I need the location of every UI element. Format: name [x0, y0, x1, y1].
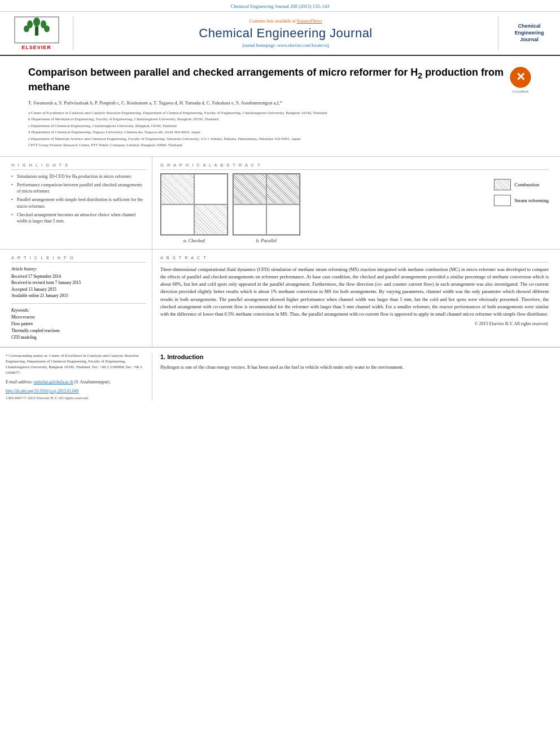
legend-steam-reforming: Steam reforming [494, 195, 549, 206]
svg-point-5 [44, 25, 50, 32]
combustion-legend-box [494, 179, 511, 190]
article-info-label: A R T I C L E I N F O [11, 255, 146, 263]
affiliation-f: f PTT Group Frontier Research Center, PT… [28, 142, 532, 148]
legend-combustion: Combustion [494, 179, 549, 190]
svg-point-1 [33, 18, 40, 27]
keyword-3: Thermally coupled reactions [11, 327, 146, 334]
svg-text:✕: ✕ [516, 71, 526, 83]
history-label: Article history: [11, 266, 146, 272]
highlights-abstract-section: H I G H L I G H T S Simulation using 3D-… [0, 157, 560, 250]
highlights-list: Simulation using 3D-CFD for H₂ productio… [11, 173, 146, 224]
highlight-item-2: Performance comparison between parallel … [11, 182, 146, 194]
highlight-item-3: Parallel arrangement with simple feed di… [11, 196, 146, 209]
crossmark-badge: ✕ CrossMark [509, 66, 532, 93]
graphical-abstract-label: G R A P H I C A L A B S T R A C T [160, 163, 549, 170]
article-main-title: Comparison between parallel and checked … [28, 66, 532, 94]
svg-point-4 [24, 25, 29, 32]
cell-tr [194, 174, 228, 204]
keyword-4: CFD modeling [11, 334, 146, 341]
affiliation-a: a Center of Excellence in Catalysis and … [28, 110, 532, 116]
copyright-line: © 2015 Elsevier B.V. All rights reserved… [160, 321, 549, 326]
corresponding-note: * Corresponding author at: Center of Exc… [6, 353, 146, 375]
affiliation-b: b Department of Mechanical Engineering, … [28, 116, 532, 123]
cell-p-bl [233, 204, 266, 235]
keyword-1: Micro-reactor [11, 314, 146, 321]
article-info-abstract-section: A R T I C L E I N F O Article history: R… [0, 250, 560, 347]
abstract-label: A B S T R A C T [160, 255, 549, 263]
elsevier-logo-svg [14, 16, 59, 43]
affiliation-c: c Department of Chemical Engineering, Ch… [28, 123, 532, 129]
steam-legend-box [494, 195, 511, 206]
footer-left: * Corresponding author at: Center of Exc… [6, 353, 152, 401]
keyword-2: Flow pattern [11, 321, 146, 327]
article-info-col: A R T I C L E I N F O Article history: R… [6, 250, 152, 347]
svg-rect-6 [35, 27, 38, 36]
combustion-label: Combustion [514, 182, 539, 187]
email-block: E-mail address: suttichai.a@chula.ac.th … [6, 379, 146, 385]
legend-area: Combustion Steam reforming [494, 173, 549, 206]
abstract-diagrams: a. Checked b. Parallel [160, 173, 488, 243]
abstract-col: A B S T R A C T Three-dimensional comput… [152, 250, 554, 347]
available-date: Available online 21 January 2015 [11, 292, 146, 299]
intro-title: 1. Introduction [160, 353, 554, 360]
email-note: (S. Assabumrungrat). [75, 379, 111, 385]
diagram-b-label: b. Parallel [256, 238, 277, 243]
affiliation-e: e Department of Materials Science and Ch… [28, 136, 532, 142]
journal-homepage-text: journal homepage: www.elsevier.com/locat… [242, 43, 329, 48]
affiliation-d: d Department of Chemical Engineering, Na… [28, 129, 532, 136]
article-history-block: Article history: Received 17 September 2… [11, 266, 146, 299]
parallel-grid [233, 173, 300, 235]
email-address[interactable]: suttichai.a@chula.ac.th [34, 379, 73, 385]
email-label: E-mail address: [6, 379, 33, 385]
intro-text: Hydrogen is one of the clean energy vect… [160, 364, 554, 371]
keywords-label: Keywords: [11, 307, 146, 314]
cell-br [194, 204, 228, 235]
highlight-item-1: Simulation using 3D-CFD for H₂ productio… [11, 173, 146, 180]
article-title-section: ✕ CrossMark Comparison between parallel … [0, 56, 560, 157]
crossmark-icon: ✕ [509, 66, 532, 89]
diagram-parallel: b. Parallel [233, 173, 300, 243]
sciencedirect-link[interactable]: ScienceDirect [297, 19, 322, 24]
accepted-date: Accepted 13 January 2015 [11, 286, 146, 292]
revised-date: Received in revised form 7 January 2015 [11, 279, 146, 286]
cell-p-tr [266, 174, 300, 204]
abstract-text: Three-dimensional computational fluid dy… [160, 266, 549, 318]
authors-line: T. Jiwanuruk a, S. Putivisutisak b, P. P… [28, 99, 532, 107]
highlights-col: H I G H L I G H T S Simulation using 3D-… [6, 157, 152, 249]
journal-citation-text: Chemical Engineering Journal 268 (2015) … [231, 3, 330, 9]
footer-right: 1. Introduction Hydrogen is one of the c… [152, 353, 554, 401]
highlight-item-4: Checked arrangement becomes an attractiv… [11, 212, 146, 224]
elsevier-brand-text: ELSEVIER [21, 45, 51, 50]
header-center: Contents lists available at ScienceDirec… [73, 16, 498, 50]
diagram-a-label: a. Checked [183, 238, 205, 243]
graphical-abstract-content: a. Checked b. Parallel Comb [160, 173, 549, 243]
graphical-abstract-col: G R A P H I C A L A B S T R A C T a. Che… [152, 157, 554, 249]
issn-line: 1385-8947/© 2015 Elsevier B.V. All right… [6, 395, 146, 401]
h2-subscript: 2 [418, 71, 422, 80]
journal-citation-bar: Chemical Engineering Journal 268 (2015) … [0, 0, 560, 12]
cell-p-tl [233, 174, 266, 204]
checked-grid [160, 173, 228, 235]
footer-section: * Corresponding author at: Center of Exc… [0, 347, 560, 407]
affiliations-block: a Center of Excellence in Catalysis and … [28, 110, 532, 148]
journal-header: ELSEVIER Contents lists available at Sci… [0, 12, 560, 56]
diagram-checked: a. Checked [160, 173, 228, 243]
cell-p-br [266, 204, 300, 235]
keywords-block: Keywords: Micro-reactor Flow pattern The… [11, 303, 146, 341]
cell-bl [161, 204, 194, 235]
header-right-title: Chemical Engineering Journal [498, 16, 554, 50]
introduction-section: 1. Introduction Hydrogen is one of the c… [160, 353, 554, 371]
highlights-label: H I G H L I G H T S [11, 163, 146, 170]
received-date: Received 17 September 2014 [11, 273, 146, 279]
journal-main-title: Chemical Engineering Journal [199, 26, 373, 41]
sciencedirect-notice: Contents lists available at ScienceDirec… [250, 19, 322, 24]
header-logo-area: ELSEVIER [6, 16, 73, 50]
cell-tl [161, 174, 194, 204]
doi-link[interactable]: http://dx.doi.org/10.1016/j.cej.2015.01.… [6, 388, 146, 394]
steam-reforming-label: Steam reforming [514, 198, 549, 203]
